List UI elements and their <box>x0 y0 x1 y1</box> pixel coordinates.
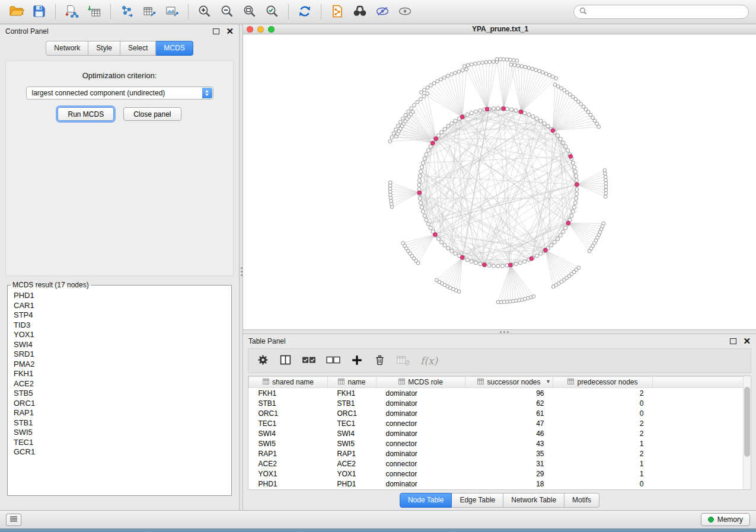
global-search-box[interactable] <box>573 5 749 19</box>
mcds-result-item[interactable]: TEC1 <box>8 438 231 448</box>
mcds-result-item[interactable]: FKH1 <box>8 369 231 379</box>
tab-network[interactable]: Network <box>46 41 88 56</box>
zoom-selected-icon <box>265 4 279 20</box>
memory-button[interactable]: Memory <box>701 513 750 526</box>
search-input[interactable] <box>591 8 743 16</box>
table-row[interactable]: PHD1PHD1dominator180 <box>249 479 751 489</box>
select-all-icon <box>302 354 316 368</box>
table-row[interactable]: ACE2ACE2connector311 <box>249 459 751 469</box>
mcds-result-item[interactable]: SWI4 <box>8 340 231 350</box>
memory-label: Memory <box>717 515 743 524</box>
float-table-panel-icon[interactable] <box>730 338 736 344</box>
column-header[interactable]: MCDS role <box>377 377 465 388</box>
open-session-button[interactable] <box>6 2 27 21</box>
refresh-layout-button[interactable] <box>294 2 315 21</box>
delete-table-button[interactable] <box>396 354 410 368</box>
tab-motifs[interactable]: Motifs <box>564 493 599 508</box>
new-network-button[interactable] <box>116 2 138 21</box>
mcds-result-item[interactable]: TID3 <box>8 321 231 331</box>
eye-slash-button[interactable] <box>372 2 393 21</box>
mcds-result-item[interactable]: PHD1 <box>8 291 231 301</box>
mcds-result-item[interactable]: CAR1 <box>8 301 231 311</box>
main-area: Control Panel ✕ NetworkStyleSelectMCDS O… <box>0 24 756 510</box>
mcds-result-item[interactable]: STP4 <box>8 310 231 321</box>
horizontal-splitter[interactable] <box>243 329 756 334</box>
tab-mcds[interactable]: MCDS <box>156 41 193 56</box>
optimization-criterion-select[interactable]: largest connected component (undirected) <box>26 86 213 100</box>
column-header[interactable]: name <box>328 377 377 388</box>
refresh-layout-icon <box>297 4 312 21</box>
float-panel-icon[interactable] <box>213 28 219 34</box>
status-menu-button[interactable] <box>6 514 21 526</box>
show-columns-button[interactable] <box>279 354 292 368</box>
column-header[interactable]: shared name <box>249 377 328 388</box>
network-canvas[interactable] <box>243 34 756 329</box>
table-tabs: Node TableEdge TableNetwork TableMotifs <box>243 490 756 510</box>
export-image-button[interactable] <box>161 2 183 21</box>
close-panel-button[interactable]: Close panel <box>123 107 181 121</box>
run-mcds-button[interactable]: Run MCDS <box>58 107 114 121</box>
column-attr-icon <box>263 378 269 386</box>
optimization-criterion-label: Optimization criterion: <box>6 71 233 80</box>
zoom-fit-button[interactable] <box>239 2 260 21</box>
close-table-panel-icon[interactable]: ✕ <box>743 336 751 345</box>
zoom-selected-button[interactable] <box>261 2 283 21</box>
window-close-icon[interactable] <box>247 26 253 33</box>
window-minimize-icon[interactable] <box>257 26 264 33</box>
mcds-result-item[interactable]: STB5 <box>8 389 231 399</box>
table-row[interactable]: SWI5SWI5connector431 <box>249 438 751 448</box>
network-document-share-button[interactable] <box>327 2 348 21</box>
table-row[interactable]: FKH1FKH1dominator962 <box>249 388 751 399</box>
import-table-file-icon <box>87 4 101 20</box>
clear-selection-button[interactable] <box>326 354 340 368</box>
node-table-container: shared namenameMCDS rolesuccessor nodes▾… <box>248 376 751 490</box>
tab-style[interactable]: Style <box>88 41 120 56</box>
eye-button[interactable] <box>394 2 416 21</box>
clear-selection-icon <box>326 354 340 368</box>
table-row[interactable]: YOX1YOX1connector291 <box>249 469 751 479</box>
zoom-in-button[interactable] <box>194 2 215 21</box>
table-panel: Table Panel ✕ <box>243 334 756 510</box>
table-scrollbar[interactable] <box>743 376 751 489</box>
column-header[interactable]: successor nodes▾ <box>465 377 553 388</box>
table-options-button[interactable] <box>257 354 269 368</box>
close-panel-icon[interactable]: ✕ <box>226 27 234 36</box>
table-row[interactable]: STB1STB1dominator620 <box>249 398 751 408</box>
mcds-result-item[interactable]: GCR1 <box>8 447 231 457</box>
mcds-result-item[interactable]: SRD1 <box>8 350 231 360</box>
tab-edge-table[interactable]: Edge Table <box>452 493 503 508</box>
window-maximize-icon[interactable] <box>268 26 275 33</box>
control-panel-tabs: NetworkStyleSelectMCDS <box>0 41 239 56</box>
table-row[interactable]: ORC1ORC1dominator610 <box>249 408 751 418</box>
import-table-file-button[interactable] <box>84 2 105 21</box>
table-row[interactable]: SWI4SWI4dominator462 <box>249 428 751 438</box>
mcds-result-item[interactable]: ACE2 <box>8 379 231 389</box>
export-table-button[interactable] <box>139 2 160 21</box>
mcds-result-item[interactable]: SWI5 <box>8 428 231 438</box>
zoom-out-button[interactable] <box>216 2 238 21</box>
column-attr-icon <box>398 378 405 386</box>
mcds-result-item[interactable]: PMA2 <box>8 360 231 370</box>
tab-node-table[interactable]: Node Table <box>400 493 452 508</box>
formula-builder-button[interactable]: f(x) <box>420 355 438 367</box>
vertical-splitter[interactable] <box>239 24 243 510</box>
combo-arrows-icon <box>202 88 212 98</box>
mcds-result-item[interactable]: YOX1 <box>8 330 231 340</box>
tab-select[interactable]: Select <box>120 41 156 56</box>
mcds-result-item[interactable]: ORC1 <box>8 399 231 409</box>
mcds-result-item[interactable]: RAP1 <box>8 408 231 418</box>
mcds-result-item[interactable]: STB1 <box>8 418 231 428</box>
column-header[interactable]: predecessor nodes <box>553 377 653 388</box>
network-graph[interactable] <box>243 34 756 329</box>
import-network-file-button[interactable] <box>61 2 82 21</box>
table-row[interactable]: RAP1RAP1dominator352 <box>249 448 751 459</box>
network-window: YPA_prune.txt_1 <box>243 24 756 329</box>
select-all-button[interactable] <box>302 354 316 368</box>
tab-network-table[interactable]: Network Table <box>503 493 564 508</box>
scrollbar-thumb[interactable] <box>744 387 750 457</box>
save-session-button[interactable] <box>28 2 50 21</box>
table-row[interactable]: TEC1TEC1connector472 <box>249 418 751 428</box>
binoculars-button[interactable] <box>349 2 371 21</box>
add-column-button[interactable] <box>350 354 363 368</box>
delete-column-button[interactable] <box>374 354 386 368</box>
